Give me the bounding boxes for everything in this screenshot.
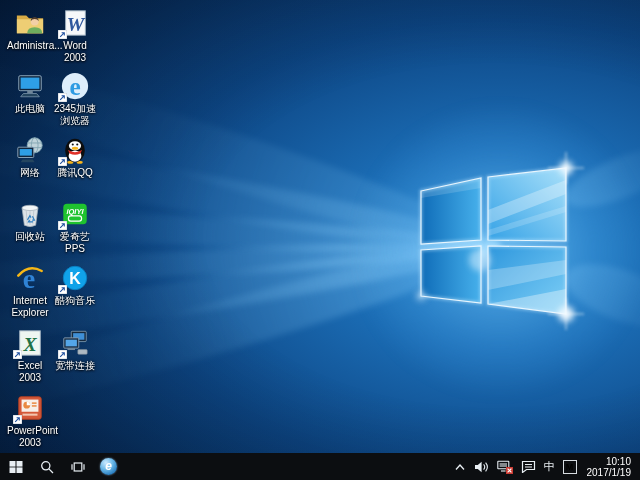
- taskbar-clock[interactable]: 10:10 2017/1/19: [581, 456, 636, 478]
- start-button[interactable]: [0, 453, 31, 480]
- shortcut-arrow-icon: [58, 93, 67, 102]
- desktop-icon-network[interactable]: 网络: [7, 135, 53, 179]
- shortcut-arrow-icon: [13, 350, 22, 359]
- ime-mode-indicator[interactable]: 中: [540, 453, 559, 480]
- action-center-tray-icon[interactable]: [517, 453, 540, 480]
- icon-label: 宽带连接: [52, 360, 98, 372]
- desktop-icon-powerpoint-2003[interactable]: PowerPoint 2003: [7, 393, 53, 449]
- clock-date: 2017/1/19: [587, 467, 632, 478]
- icon-label: Administra...: [7, 40, 53, 52]
- icon-label: Excel 2003: [7, 360, 53, 384]
- icon-label: Internet Explorer: [7, 295, 53, 319]
- taskbar-empty-area[interactable]: [124, 453, 450, 480]
- recycle-bin-icon: [15, 199, 45, 229]
- this-pc-icon: [15, 71, 45, 101]
- svg-text:X: X: [22, 333, 37, 355]
- shortcut-arrow-icon: [58, 350, 67, 359]
- svg-text:W: W: [67, 13, 86, 35]
- network-icon: [15, 135, 45, 165]
- desktop-icon-administrator[interactable]: Administra...: [7, 8, 53, 52]
- action-center-icon: [521, 460, 536, 473]
- windows-10-desktop: Administra... W Word 2003 此电脑 e 234: [0, 0, 640, 480]
- svg-text:K: K: [69, 270, 81, 287]
- volume-tray-icon[interactable]: [470, 453, 493, 480]
- search-button[interactable]: [31, 453, 62, 480]
- desktop-icon-this-pc[interactable]: 此电脑: [7, 71, 53, 115]
- icon-label: PowerPoint 2003: [7, 425, 53, 449]
- desktop-icon-2345-browser[interactable]: e 2345加速浏览器: [52, 71, 98, 127]
- desktop-icon-tencent-qq[interactable]: 腾讯QQ: [52, 135, 98, 179]
- desktop-icon-kugou-music[interactable]: K 酷狗音乐: [52, 263, 98, 307]
- desktop-icon-word-2003[interactable]: W Word 2003: [52, 8, 98, 64]
- internet-explorer-icon: e: [15, 263, 45, 293]
- search-icon: [40, 460, 54, 474]
- task-view-button[interactable]: [62, 453, 93, 480]
- task-view-icon: [71, 460, 85, 474]
- system-tray: 中 M 10:10 2017/1/19: [450, 453, 640, 480]
- shortcut-arrow-icon: [58, 285, 67, 294]
- desktop-icon-excel-2003[interactable]: X Excel 2003: [7, 328, 53, 384]
- desktop-icon-iqiyi-pps[interactable]: iQIYI 爱奇艺PPS: [52, 199, 98, 255]
- chevron-up-icon: [454, 462, 466, 472]
- icon-label: 酷狗音乐: [52, 295, 98, 307]
- shortcut-arrow-icon: [58, 157, 67, 166]
- icon-label: 回收站: [7, 231, 53, 243]
- shortcut-arrow-icon: [58, 221, 67, 230]
- desktop-icon-broadband[interactable]: 宽带连接: [52, 328, 98, 372]
- shortcut-arrow-icon: [58, 30, 67, 39]
- icon-label: 网络: [7, 167, 53, 179]
- ime-language-icon[interactable]: M: [563, 460, 577, 474]
- icon-label: 此电脑: [7, 103, 53, 115]
- icon-label: Word 2003: [52, 40, 98, 64]
- user-folder-icon: [15, 8, 45, 38]
- icon-label: 2345加速浏览器: [52, 103, 98, 127]
- clock-time: 10:10: [587, 456, 632, 467]
- browser-sphere-icon: e: [100, 458, 117, 475]
- network-disconnected-icon: [497, 460, 513, 474]
- svg-text:e: e: [69, 72, 80, 100]
- hidden-icons-chevron[interactable]: [450, 453, 470, 480]
- shortcut-arrow-icon: [13, 415, 22, 424]
- desktop-icon-internet-explorer[interactable]: e Internet Explorer: [7, 263, 53, 319]
- icon-label: 爱奇艺PPS: [52, 231, 98, 255]
- speaker-icon: [474, 461, 489, 473]
- taskbar-pinned-browser[interactable]: e: [93, 453, 124, 480]
- taskbar: e: [0, 453, 640, 480]
- desktop-icon-recycle-bin[interactable]: 回收站: [7, 199, 53, 243]
- windows-flag-icon: [9, 460, 23, 474]
- network-tray-icon[interactable]: [493, 453, 517, 480]
- icon-label: 腾讯QQ: [52, 167, 98, 179]
- svg-text:iQIYI: iQIYI: [66, 207, 84, 216]
